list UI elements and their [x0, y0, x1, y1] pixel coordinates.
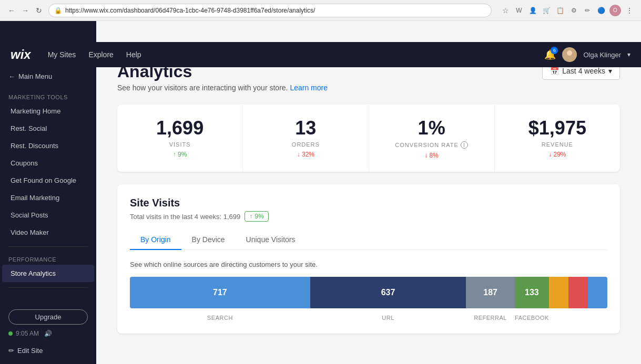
visits-value: 1,699 [128, 117, 232, 139]
main-content: Analytics See how your visitors are inte… [96, 21, 641, 364]
menu-icon[interactable]: ⋮ [624, 5, 635, 16]
up-arrow-icon: ↑ [249, 213, 252, 220]
sidebar-item-get-found-on-google[interactable]: Get Found on Google [2, 172, 94, 189]
bar-search: 717 [130, 277, 310, 308]
label-facebook: FACEBOOK [515, 313, 549, 321]
conversion-change: ↓ 8% [380, 152, 484, 159]
dropdown-chevron-icon: ▾ [608, 67, 612, 75]
my-sites-link[interactable]: My Sites [48, 50, 76, 59]
user-name[interactable]: Olga Klinger [583, 51, 621, 59]
profile-avatar[interactable]: O [609, 5, 621, 16]
star-icon[interactable]: ☆ [500, 5, 511, 16]
bar-referral: 187 [466, 277, 515, 308]
label-search: SEARCH [130, 313, 310, 321]
online-indicator [8, 331, 13, 336]
bar-chart-container: 717 637 187 133 [130, 277, 607, 321]
label-referral: REFERRAL [466, 313, 515, 321]
wix-logo: wix [11, 47, 31, 62]
info-icon[interactable]: i [461, 141, 468, 149]
site-visits-section: Site Visits Total visits in the last 4 w… [117, 184, 620, 334]
revenue-change: ↓ 29% [505, 151, 609, 158]
edit-icon: ✏ [8, 347, 14, 355]
top-navigation: wix My Sites Explore Help 🔔 6 Olga Kling… [0, 42, 641, 67]
chart-subtitle: See which online sources are directing c… [130, 261, 607, 268]
bar-facebook: 133 [515, 277, 549, 308]
sidebar-item-store-analytics[interactable]: Store Analytics [2, 265, 94, 282]
visits-title: Site Visits [130, 197, 607, 209]
bar-other1 [549, 277, 568, 308]
stats-row: 1,699 VISITS ↑ 9% 13 ORDERS ↓ 32% 1% [117, 105, 620, 172]
bar-url-value: 637 [381, 288, 395, 297]
bar-other3 [588, 277, 607, 308]
time-text: 9:05 AM [16, 330, 39, 337]
url-text: https://www.wix.com/dashboard/06d479ca-1… [65, 7, 315, 14]
visits-subtitle: Total visits in the last 4 weeks: 1,699 … [130, 211, 607, 222]
conversion-label: CONVERSION RATE i [380, 141, 484, 149]
ext3-icon[interactable]: 🛒 [541, 5, 552, 16]
sidebar-divider-1 [8, 246, 88, 247]
sidebar-item-rest-social[interactable]: Rest. Social [2, 120, 94, 137]
ext5-icon[interactable]: ⚙ [568, 5, 579, 16]
stat-card-conversion: 1% CONVERSION RATE i ↓ 8% [369, 105, 495, 172]
refresh-button[interactable]: ↻ [34, 5, 44, 16]
sidebar-back-button[interactable]: ← Main Menu [0, 67, 96, 86]
performance-section-label: Performance [0, 252, 96, 265]
label-url: URL [310, 313, 466, 321]
user-dropdown-icon[interactable]: ▾ [627, 51, 630, 58]
calendar-icon: 📅 [550, 67, 559, 75]
orders-value: 13 [253, 117, 358, 139]
label-other1 [549, 313, 568, 321]
badge-text: 9% [255, 213, 263, 220]
sound-icon: 🔊 [44, 330, 52, 337]
sidebar-item-social-posts[interactable]: Social Posts [2, 206, 94, 224]
sidebar-item-email-marketing[interactable]: Email Marketing [2, 189, 94, 206]
tab-by-origin[interactable]: By Origin [130, 230, 181, 250]
page-subtitle: See how your visitors are interacting wi… [117, 84, 328, 92]
visits-change: ↑ 9% [128, 151, 232, 158]
visits-subtitle-text: Total visits in the last 4 weeks: 1,699 [130, 213, 240, 221]
bar-url: 637 [310, 277, 466, 308]
tab-by-device[interactable]: By Device [181, 230, 236, 250]
sidebar-item-coupons[interactable]: Coupons [2, 154, 94, 172]
orders-label: ORDERS [253, 141, 358, 148]
visits-header: Site Visits [130, 197, 607, 209]
notifications-button[interactable]: 🔔 6 [544, 49, 556, 60]
visits-label: VISITS [128, 141, 232, 148]
ext1-icon[interactable]: W [514, 5, 524, 16]
forward-button[interactable]: → [20, 5, 30, 16]
bar-referral-value: 187 [483, 288, 497, 297]
sidebar-item-marketing-home[interactable]: Marketing Home [2, 102, 94, 120]
back-arrow-icon: ← [8, 72, 15, 80]
edit-site-button[interactable]: ✏ Edit Site [8, 342, 88, 359]
ext6-icon[interactable]: ✏ [582, 5, 593, 16]
bar-facebook-value: 133 [525, 288, 539, 297]
page-inner: Analytics See how your visitors are inte… [96, 46, 641, 349]
bar-chart: 717 637 187 133 [130, 277, 607, 308]
tab-unique-visitors[interactable]: Unique Visitors [236, 230, 306, 250]
visits-badge: ↑ 9% [245, 211, 268, 222]
stat-card-revenue: $1,975 REVENUE ↓ 29% [495, 105, 620, 172]
browser-chrome: ← → ↻ 🔒 https://www.wix.com/dashboard/06… [0, 0, 641, 21]
sidebar-item-video-maker[interactable]: Video Maker [2, 224, 94, 241]
stat-card-visits: 1,699 VISITS ↑ 9% [117, 105, 243, 172]
address-bar[interactable]: 🔒 https://www.wix.com/dashboard/06d479ca… [48, 4, 492, 17]
ext2-icon[interactable]: 👤 [527, 5, 538, 16]
marketing-section-label: Marketing Tools [0, 90, 96, 102]
user-avatar [562, 47, 577, 62]
help-link[interactable]: Help [126, 50, 141, 59]
learn-more-link[interactable]: Learn more [290, 84, 328, 92]
sidebar-time-display: 9:05 AM 🔊 [8, 325, 88, 342]
browser-toolbar: ☆ W 👤 🛒 📋 ⚙ ✏ 🔵 O ⋮ [500, 5, 635, 16]
ext7-icon[interactable]: 🔵 [596, 5, 606, 16]
label-other3 [588, 313, 607, 321]
ext4-icon[interactable]: 📋 [555, 5, 565, 16]
back-button[interactable]: ← [6, 5, 17, 16]
lock-icon: 🔒 [54, 7, 62, 14]
bar-search-value: 717 [213, 288, 227, 297]
conversion-value: 1% [380, 117, 484, 139]
upgrade-button[interactable]: Upgrade [8, 309, 88, 325]
site-visits-tabs: By Origin By Device Unique Visitors [130, 230, 607, 250]
explore-link[interactable]: Explore [88, 50, 113, 59]
sidebar-item-rest-discounts[interactable]: Rest. Discounts [2, 137, 94, 154]
date-filter-label: Last 4 weeks [562, 67, 605, 75]
